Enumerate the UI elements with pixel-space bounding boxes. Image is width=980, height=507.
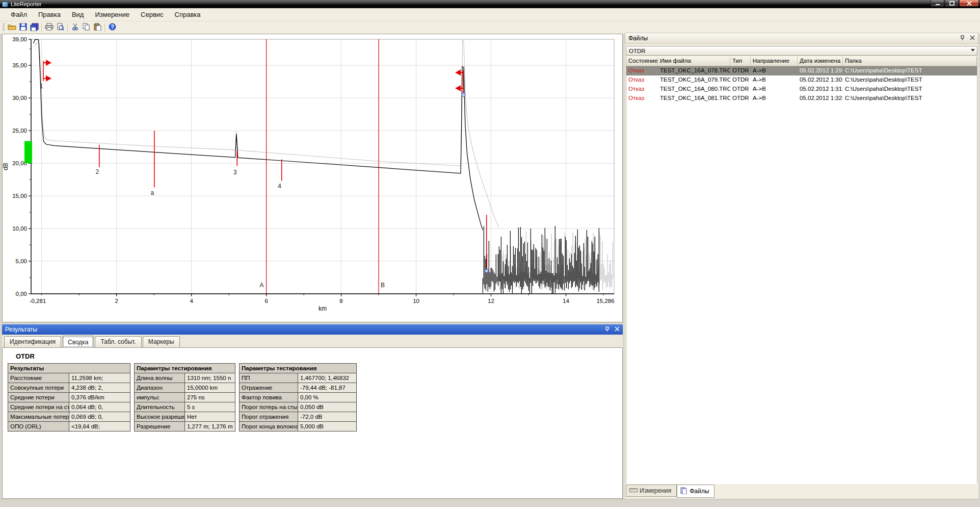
pin-icon[interactable] — [603, 325, 611, 333]
file-type-dropdown[interactable]: OTDR — [626, 46, 977, 56]
files-panel-bottom-tabs: ИзмеренияФайлы — [625, 484, 978, 499]
tab-маркеры[interactable]: Маркеры — [143, 336, 180, 347]
summary-value: 0,064 dB; 0, — [69, 402, 130, 412]
app-icon — [2, 2, 8, 7]
print-button[interactable] — [43, 22, 55, 33]
pin-icon[interactable] — [959, 34, 966, 41]
copy-button[interactable] — [81, 22, 92, 33]
open-folder-icon — [8, 23, 16, 32]
summary-label: Разрешение — [135, 422, 185, 432]
toolbar-separator — [104, 23, 105, 32]
file-cell-type: OTDR — [730, 75, 751, 85]
save-all-button[interactable] — [29, 22, 40, 33]
summary-row: Диапазон15,0000 km — [135, 383, 235, 393]
minimize-button[interactable] — [931, 0, 944, 7]
menu-правка[interactable]: Правка — [33, 9, 66, 20]
svg-text:4: 4 — [190, 298, 193, 304]
otdr-trace-chart[interactable]: 0,005,0010,0015,0020,0025,0030,0035,0039… — [3, 34, 623, 323]
menu-справка[interactable]: Справка — [169, 9, 206, 20]
file-cell-type: OTDR — [730, 85, 751, 94]
file-row[interactable]: ОтказTEST_OKC_16A_081.TRCOTDRA->B05.02.2… — [626, 94, 977, 103]
toolbar-grip[interactable] — [3, 23, 5, 32]
summary-label: ОПО (ORL) — [8, 422, 69, 432]
summary-row: ПП1,467700; 1,46832 — [240, 373, 357, 383]
files-panel-caption: Файлы — [625, 33, 978, 44]
summary-row: Фактор повива0,00 % — [240, 393, 357, 402]
close-panel-icon[interactable] — [614, 325, 621, 333]
files-table-header[interactable]: СостояниеИмя файлаТипНаправлениеДата изм… — [626, 57, 977, 66]
summary-label: Расстояние — [8, 373, 69, 383]
window-title: LiteReporter — [11, 2, 42, 7]
summary-value: Нет — [185, 412, 235, 422]
column-header[interactable]: Дата изменена — [798, 57, 843, 66]
file-cell-status: Отказ — [626, 94, 658, 103]
column-header[interactable]: Тип — [730, 57, 751, 66]
file-type-dropdown-value: OTDR — [629, 48, 646, 54]
svg-text:10,00: 10,00 — [12, 225, 27, 232]
summary-value: 5 s — [185, 402, 235, 412]
menu-сервис[interactable]: Сервис — [135, 9, 169, 20]
file-cell-name: TEST_OKC_16A_081.TRC — [658, 94, 730, 103]
bottom-tab-label: Измерения — [640, 487, 671, 494]
summary-label: Диапазон — [135, 383, 185, 393]
bottom-tab-файлы[interactable]: Файлы — [677, 485, 714, 498]
summary-row: Расстояние11,2598 km; — [8, 373, 130, 383]
files-icon — [680, 487, 687, 496]
svg-text:2: 2 — [95, 168, 99, 175]
bottom-tab-измерения[interactable]: Измерения — [626, 485, 677, 497]
close-panel-icon[interactable] — [969, 34, 976, 41]
summary-value: -72,0 dB — [298, 412, 357, 422]
svg-text:4: 4 — [278, 183, 281, 190]
svg-text:15,00: 15,00 — [12, 193, 27, 199]
svg-text:39,00: 39,00 — [12, 36, 27, 42]
maximize-button[interactable] — [945, 0, 959, 7]
cut-button[interactable] — [69, 22, 81, 33]
file-row[interactable]: ОтказTEST_OKC_16A_080.TRCOTDRA->B05.02.2… — [626, 85, 977, 94]
summary-value: 11,2598 km; — [69, 373, 130, 383]
svg-text:10: 10 — [413, 298, 419, 304]
column-header[interactable]: Имя файла — [658, 57, 730, 66]
file-row[interactable]: ОтказTEST_OKC_16A_079.TRCOTDRA->B05.02.2… — [626, 75, 977, 85]
save-icon — [19, 23, 27, 32]
column-header[interactable]: Папка — [843, 57, 977, 66]
paste-button[interactable] — [92, 22, 103, 33]
files-panel-title: Файлы — [628, 35, 648, 42]
summary-label: импульс — [135, 393, 185, 402]
help-button[interactable]: ? — [107, 22, 118, 33]
print-preview-button[interactable] — [55, 22, 66, 33]
file-cell-folder: C:\Users\paha\Desktop\TEST — [843, 94, 977, 103]
svg-text:35,00: 35,00 — [12, 62, 27, 68]
summary-value: 0,00 % — [298, 393, 357, 402]
file-cell-status: Отказ — [626, 85, 658, 94]
summary-label: Порог конца волокна — [240, 422, 298, 432]
tab-сводка[interactable]: Сводка — [62, 336, 94, 348]
summary-label: Фактор повива — [240, 393, 298, 402]
save-button[interactable] — [17, 22, 29, 33]
litereporter-window: { "window": { "title": "LiteReporter", "… — [0, 0, 980, 507]
tab-идентификация[interactable]: Идентификация — [4, 336, 61, 347]
tab-табл-событ-[interactable]: Табл. событ. — [95, 336, 141, 347]
svg-text:A: A — [260, 282, 264, 289]
file-cell-dir: A->B — [751, 85, 798, 94]
file-row[interactable]: ОтказTEST_OKC_16A_078.TRCOTDRA->B05.02.2… — [626, 66, 977, 75]
file-cell-type: OTDR — [730, 66, 751, 75]
menu-вид[interactable]: Вид — [66, 9, 90, 20]
menu-файл[interactable]: Файл — [5, 9, 33, 20]
file-cell-date: 05.02.2012 1:29:1 — [798, 66, 843, 75]
menu-измерение[interactable]: Измерение — [89, 9, 135, 20]
print-preview-icon — [57, 23, 64, 32]
files-table: СостояниеИмя файлаТипНаправлениеДата изм… — [626, 57, 977, 493]
column-header[interactable]: Направление — [751, 57, 798, 66]
close-button[interactable] — [959, 0, 979, 7]
file-cell-date: 05.02.2012 1:31:0 — [798, 85, 843, 94]
summary-label: ПП — [240, 373, 298, 383]
summary-row: Порог конца волокна5,000 dB — [240, 422, 357, 432]
column-header[interactable]: Состояние — [626, 57, 658, 66]
summary-row: Длительность5 s — [135, 402, 235, 412]
file-cell-dir: A->B — [751, 75, 798, 85]
open-folder-button[interactable] — [6, 22, 17, 33]
svg-text:15,286: 15,286 — [596, 298, 614, 304]
results-tab-strip: ИдентификацияСводкаТабл. событ.Маркеры — [2, 335, 623, 347]
file-cell-name: TEST_OKC_16A_078.TRC — [658, 66, 730, 75]
chevron-down-icon — [971, 49, 975, 52]
